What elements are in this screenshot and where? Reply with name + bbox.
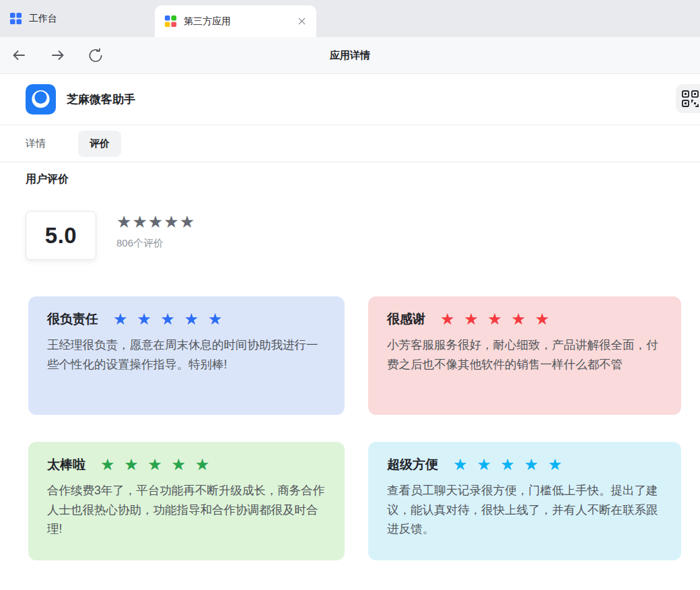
navigation-bar: 应用详情 [0,37,700,74]
review-title: 超级方便 [387,456,438,473]
close-tab-icon[interactable] [295,15,308,28]
review-title: 很感谢 [387,310,425,328]
app-header: 芝麻微客助手 [0,74,700,125]
review-title: 很负责任 [47,310,98,328]
qr-code-button[interactable] [676,84,700,113]
workbench-grid-icon [9,12,22,25]
review-body: 合作续费3年了，平台功能再不断升级成长，商务合作人士也很热心协助，功能指导和合作… [47,481,326,539]
review-card: 很感谢 ★ ★ ★ ★ ★ 小芳客服服务很好，耐心细致，产品讲解很全面，付费之后… [368,296,681,415]
rating-stars-icon: ★★★★★ [116,214,195,230]
rating-count: 806个评价 [116,237,195,250]
section-title: 用户评价 [26,172,700,187]
refresh-icon[interactable] [86,46,105,65]
rating-score: 5.0 [45,223,77,249]
apps-grid-icon [164,15,177,28]
review-stars-icon: ★ ★ ★ ★ ★ [100,457,209,473]
tab-third-party-app[interactable]: 第三方应用 [155,5,316,37]
rating-score-card: 5.0 [26,211,96,260]
forward-icon[interactable] [48,46,67,65]
tab-third-party-label: 第三方应用 [184,15,231,28]
app-name: 芝麻微客助手 [67,92,135,107]
app-logo-smiley-icon [26,84,56,114]
tab-details[interactable]: 详情 [26,137,46,150]
review-body: 查看员工聊天记录很方便，门槛低上手快。提出了建议，能认真对待，很快上线了，并有人… [387,481,662,539]
rating-meta: ★★★★★ 806个评价 [116,211,195,250]
review-card-grid: 很负责任 ★ ★ ★ ★ ★ 王经理很负责，愿意在周末休息的时间协助我进行一些个… [0,260,700,560]
review-card: 太棒啦 ★ ★ ★ ★ ★ 合作续费3年了，平台功能再不断升级成长，商务合作人士… [28,442,345,560]
review-body: 王经理很负责，愿意在周末休息的时间协助我进行一些个性化的设置操作指导。特别棒! [47,335,326,374]
review-stars-icon: ★ ★ ★ ★ ★ [453,457,562,473]
review-card: 超级方便 ★ ★ ★ ★ ★ 查看员工聊天记录很方便，门槛低上手快。提出了建议，… [368,442,681,560]
review-stars-icon: ★ ★ ★ ★ ★ [113,311,222,327]
page-title: 应用详情 [0,49,700,62]
review-stars-icon: ★ ★ ★ ★ ★ [440,311,549,327]
review-card: 很负责任 ★ ★ ★ ★ ★ 王经理很负责，愿意在周末休息的时间协助我进行一些个… [28,296,345,415]
review-body: 小芳客服服务很好，耐心细致，产品讲解很全面，付费之后也不像其他软件的销售一样什么… [387,335,662,374]
tab-workbench[interactable]: 工作台 [0,0,155,37]
review-title: 太棒啦 [47,456,85,473]
tab-workbench-label: 工作台 [29,13,57,25]
rating-summary: 5.0 ★★★★★ 806个评价 [26,211,700,260]
window-tab-strip: 工作台 第三方应用 [0,0,700,37]
qr-code-icon [681,90,699,108]
tab-reviews[interactable]: 评价 [78,131,121,157]
back-icon[interactable] [9,46,28,65]
detail-tab-bar: 详情 评价 [0,125,700,162]
